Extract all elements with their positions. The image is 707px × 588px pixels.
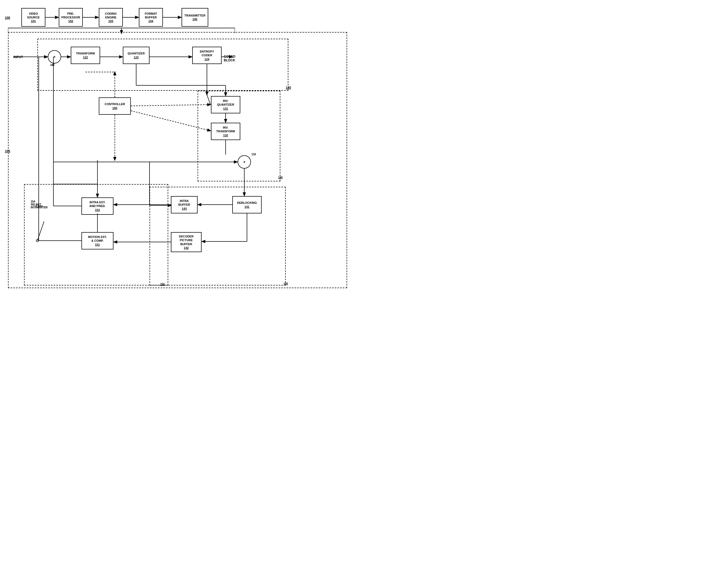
adder-121: + [48, 50, 61, 64]
block-transmitter: TRANSMITTER 105 [181, 8, 208, 27]
block-decoder-pic-buffer: DECODERPICTUREBUFFER 142 [171, 232, 202, 252]
label-100: 100 [5, 16, 10, 20]
block-inv-transform: INV.TRANSFORM 132 [211, 123, 240, 140]
label-121: 121 [50, 64, 55, 66]
label-130: 130 [278, 176, 283, 179]
block-quantizer: QUANTIZER 123 [123, 47, 149, 64]
label-103: 103 [5, 149, 10, 153]
adder-133: + [238, 155, 251, 169]
block-coding-engine: CODINGENGINE 103 [99, 8, 123, 27]
diagram: 100 VIDEOSOURCE 101 PRE-PROCESSOR 102 CO… [0, 0, 354, 294]
block-inv-quantizer: INV.QUANTIZER 131 [211, 96, 240, 113]
block-transform: TRANSFORM 122 [71, 47, 100, 64]
block-motion-est: MOTION EST.& COMP. 151 [81, 232, 113, 250]
block-controller: CONTROLLER 160 [99, 97, 131, 115]
block-intra-buffer: INTRABUFFER 143 [171, 196, 198, 213]
label-133: 133 [251, 153, 256, 156]
block-deblocking: DEBLOCKING 141 [232, 196, 262, 213]
switch-area-154: 154 SELECTINTRA/INTER [31, 200, 47, 209]
label-input: INPUT [13, 55, 23, 59]
label-120: 120 [286, 86, 291, 89]
label-coded-block: CODEDBLOCK [224, 55, 235, 62]
bracket-connector [8, 27, 235, 35]
label-140: 140 [283, 282, 288, 285]
box-140 [149, 187, 286, 286]
block-pre-processor: PRE-PROCESSOR 102 [59, 8, 83, 27]
block-entropy-coder: ENTROPYCODER 124 [192, 47, 222, 64]
block-format-buffer: FORMATBUFFER 104 [139, 8, 163, 27]
block-intra-est: INTRA EST.AND PRED. 153 [81, 197, 113, 215]
label-150: 150 [160, 283, 165, 286]
block-video-source: VIDEOSOURCE 101 [21, 8, 45, 27]
